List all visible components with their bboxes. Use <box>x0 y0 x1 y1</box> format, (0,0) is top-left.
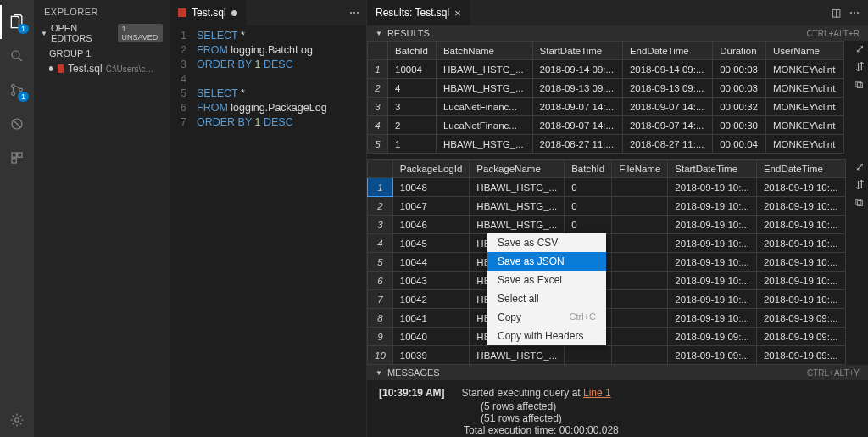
result-grid-2: PackageLogIdPackageNameBatchIdFileNameSt… <box>367 159 868 365</box>
result-grid-1: BatchIdBatchNameStartDateTimeEndDateTime… <box>367 41 868 154</box>
context-menu-item[interactable]: Save as JSON <box>487 252 606 271</box>
table-row[interactable]: 910040HBAWL_HSTG_...02018-09-19 09:...20… <box>368 328 846 346</box>
close-icon[interactable]: × <box>454 7 461 20</box>
table-row[interactable]: 710042HB2018-09-19 10:...2018-09-19 10:.… <box>368 290 846 309</box>
column-header[interactable]: EndDateTime <box>622 42 712 60</box>
sidebar-title: EXPLORER <box>34 0 170 20</box>
maximize-icon[interactable]: ⤢ <box>855 42 865 55</box>
column-header[interactable]: StartDateTime <box>532 42 622 60</box>
svg-point-2 <box>12 92 15 96</box>
results-pane: Results: Test.sql × ◫ ⋯ ▼ RESULTS CTRL+A… <box>366 0 868 437</box>
column-header[interactable]: Duration <box>713 42 766 60</box>
results-tab-label: Results: Test.sql <box>376 7 449 19</box>
editor-more-icon[interactable]: ⋯ <box>342 7 366 19</box>
search-icon[interactable] <box>0 39 34 73</box>
group-label: GROUP 1 <box>34 46 170 61</box>
column-header[interactable]: FileName <box>612 160 668 178</box>
debug-icon[interactable] <box>0 107 34 141</box>
context-menu-item[interactable]: Save as CSV <box>487 233 606 252</box>
table-row[interactable]: 210047HBAWL_HSTG_...02018-09-19 10:...20… <box>368 197 846 216</box>
context-menu-item[interactable]: Copy with Headers <box>487 327 606 345</box>
unsaved-tag: 1 UNSAVED <box>118 24 163 42</box>
message-time: [10:39:19 AM] <box>379 387 445 399</box>
explorer-icon[interactable]: 1 <box>0 5 34 39</box>
open-editors-header[interactable]: ▼ OPEN EDITORS 1 UNSAVED <box>34 20 170 46</box>
column-header[interactable]: EndDateTime <box>756 160 845 178</box>
chevron-down-icon: ▼ <box>376 369 382 377</box>
column-header[interactable]: PackageName <box>470 160 565 178</box>
messages-panel: [10:39:19 AM] Started executing query at… <box>367 380 868 437</box>
message-text: (51 rows affected) <box>379 412 856 424</box>
svg-point-0 <box>12 51 19 59</box>
sql-file-icon <box>178 8 186 17</box>
modified-indicator-icon <box>49 66 53 71</box>
messages-header[interactable]: ▼ MESSAGES CTRL+ALT+Y <box>367 365 868 380</box>
table-row[interactable]: 310046HBAWL_HSTG_...02018-09-19 10:...20… <box>368 216 846 234</box>
table-row[interactable]: 51HBAWL_HSTG_...2018-08-27 11:...2018-08… <box>368 135 844 154</box>
table-row[interactable]: 610043HB2018-09-19 10:...2018-09-19 10:.… <box>368 272 846 290</box>
chart-icon[interactable]: ⧉ <box>855 78 865 92</box>
svg-rect-7 <box>12 159 16 163</box>
batch-log-table[interactable]: BatchIdBatchNameStartDateTimeEndDateTime… <box>367 41 844 154</box>
activity-bar: 1 1 <box>0 0 34 437</box>
split-editor-icon[interactable]: ◫ <box>832 7 841 19</box>
extensions-icon[interactable] <box>0 141 34 175</box>
column-header[interactable]: BatchId <box>565 160 612 178</box>
column-header[interactable]: UserName <box>765 42 843 60</box>
table-row[interactable]: 42LucaNetFinanc...2018-09-07 14:...2018-… <box>368 116 844 135</box>
code-editor[interactable]: 1SELECT *2FROM logging.BatchLog3ORDER BY… <box>170 25 366 133</box>
file-path: C:\Users\clint\Do... <box>106 64 154 74</box>
table-row[interactable]: 810041HB2018-09-19 10:...2018-09-19 09:.… <box>368 309 846 328</box>
maximize-icon[interactable]: ⤢ <box>855 160 865 173</box>
tab-test-sql[interactable]: Test.sql <box>170 0 246 25</box>
package-log-table[interactable]: PackageLogIdPackageNameBatchIdFileNameSt… <box>367 159 846 365</box>
chevron-down-icon: ▼ <box>376 30 382 37</box>
chevron-down-icon: ▼ <box>41 30 47 37</box>
sql-file-icon <box>58 64 64 73</box>
table-row[interactable]: 1010039HBAWL_HSTG_...2018-09-19 09:...20… <box>368 346 846 365</box>
message-text: (5 rows affected) <box>379 401 856 412</box>
column-header[interactable]: BatchName <box>436 42 532 60</box>
context-menu-item[interactable]: Select all <box>487 289 606 308</box>
explorer-sidebar: EXPLORER ▼ OPEN EDITORS 1 UNSAVED GROUP … <box>34 0 170 437</box>
message-text: Total execution time: 00:00:00.028 <box>379 424 856 436</box>
context-menu-item[interactable]: Save as Excel <box>487 271 606 289</box>
table-row[interactable]: 110048HBAWL_HSTG_...02018-09-19 10:...20… <box>368 178 846 197</box>
results-tabs: Results: Test.sql × ◫ ⋯ <box>367 0 868 25</box>
messages-shortcut: CTRL+ALT+Y <box>807 368 860 378</box>
results-header-label: RESULTS <box>387 28 430 38</box>
explorer-badge: 1 <box>18 24 29 34</box>
context-menu-item[interactable]: CopyCtrl+C <box>487 308 606 327</box>
editor-pane: Test.sql ⋯ 1SELECT *2FROM logging.BatchL… <box>170 0 366 437</box>
results-header[interactable]: ▼ RESULTS CTRL+ALT+R <box>367 25 868 41</box>
open-editors-label: OPEN EDITORS <box>51 23 113 43</box>
messages-header-label: MESSAGES <box>387 367 440 378</box>
column-header[interactable]: PackageLogId <box>392 160 470 178</box>
modified-indicator-icon <box>231 10 237 16</box>
file-name: Test.sql <box>68 63 103 75</box>
results-shortcut: CTRL+ALT+R <box>806 29 860 38</box>
table-row[interactable]: 510044HB2018-09-19 10:...2018-09-19 10:.… <box>368 253 846 272</box>
table-row[interactable]: 410045HB2018-09-19 10:...2018-09-19 10:.… <box>368 234 846 253</box>
context-menu: Save as CSVSave as JSONSave as ExcelSele… <box>487 233 606 345</box>
column-header[interactable]: BatchId <box>388 42 437 60</box>
column-header[interactable]: StartDateTime <box>668 160 757 178</box>
editor-tabs: Test.sql ⋯ <box>170 0 366 25</box>
source-control-icon[interactable]: 1 <box>0 73 34 107</box>
tab-label: Test.sql <box>192 7 226 19</box>
tab-results[interactable]: Results: Test.sql × <box>367 0 470 25</box>
svg-point-1 <box>12 85 15 88</box>
table-row[interactable]: 24HBAWL_HSTG_...2018-09-13 09:...2018-09… <box>368 79 844 98</box>
export-icon[interactable]: ⇵ <box>855 178 865 191</box>
settings-icon[interactable] <box>0 403 34 437</box>
scm-badge: 1 <box>18 92 29 102</box>
line-link[interactable]: Line 1 <box>583 387 611 399</box>
open-editor-file[interactable]: Test.sql C:\Users\clint\Do... <box>34 61 170 76</box>
chart-icon[interactable]: ⧉ <box>855 196 865 210</box>
more-icon[interactable]: ⋯ <box>849 7 860 19</box>
export-icon[interactable]: ⇵ <box>855 60 865 73</box>
table-row[interactable]: 110004HBAWL_HSTG_...2018-09-14 09:...201… <box>368 60 844 79</box>
table-row[interactable]: 33LucaNetFinanc...2018-09-07 14:...2018-… <box>368 98 844 116</box>
svg-rect-6 <box>18 153 22 157</box>
message-text: Started executing query at Line 1 <box>462 387 611 399</box>
